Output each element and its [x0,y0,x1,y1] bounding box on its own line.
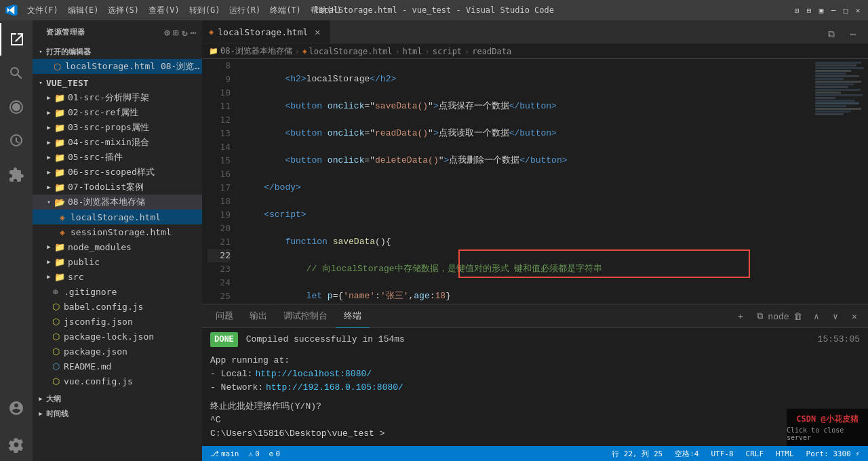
editor-main: 8 9 10 11 12 13 14 15 16 17 18 19 20 21 … [202,59,868,304]
kill-terminal-button[interactable]: 🗑 [789,308,806,324]
port-status[interactable]: Port: 3300 ⚡ [804,446,863,461]
activity-debug[interactable] [0,125,33,157]
arrow: ▶ [43,271,54,282]
activity-git[interactable] [0,91,33,123]
new-file-icon[interactable]: ⊕ [164,27,170,38]
file-gitignore[interactable]: ⊛ .gitignore [33,284,202,299]
code-editor[interactable]: <h2>localStorage</h2> <button onclick="s… [236,59,814,304]
minimap-content [814,59,868,119]
line-col-status[interactable]: 行 22, 列 25 [609,446,665,461]
encoding-label: UTF-8 [711,449,733,458]
local-url[interactable]: http://localhost:8080/ [255,367,372,381]
git-branch-status[interactable]: ⎇ main [208,446,242,461]
activity-extensions[interactable] [0,159,33,191]
new-folder-icon[interactable]: ⊞ [173,27,179,38]
open-editors-section[interactable]: ▾ 打开的编辑器 [33,44,202,59]
menu-edit[interactable]: 编辑(E) [64,3,103,18]
panel-tab-output[interactable]: 输出 [241,304,275,328]
project-root[interactable]: ▾ VUE_TEST [33,75,202,90]
activity-explorer[interactable] [0,23,33,56]
activity-bar [0,20,33,461]
refresh-icon[interactable]: ↻ [182,27,188,38]
folder-node[interactable]: ▶ 📁 node_modules [33,239,202,254]
timeline-section[interactable]: ▶ 时间线 [33,406,202,421]
line-ending-status[interactable]: CRLF [743,446,767,461]
language-status[interactable]: HTML [773,446,797,461]
split-editor-button[interactable]: ⧉ [822,24,841,43]
maximize-button[interactable]: □ [841,5,850,15]
breadcrumb-html[interactable]: html [403,47,422,56]
layout3-icon[interactable]: ▣ [816,5,826,15]
minimize-button[interactable]: ─ [829,5,838,15]
menu-run[interactable]: 运行(R) [225,3,264,18]
panel-up-button[interactable]: ∧ [808,308,825,324]
more-actions-button[interactable]: ⋯ [844,24,863,43]
add-terminal-button[interactable]: + [732,308,749,324]
file-packagelock[interactable]: ⬡ package-lock.json [33,329,202,344]
folder-08[interactable]: ▾ 📂 08-浏览器本地存储 [33,195,202,209]
menu-file[interactable]: 文件(F) [23,3,62,18]
panel-close-button[interactable]: ✕ [846,308,863,324]
file-readme[interactable]: ⬡ README.md [33,359,202,374]
file-label: localStorage.html [71,212,161,222]
network-url[interactable]: http://192.168.0.105:8080/ [266,381,403,395]
folder-07[interactable]: ▶ 📁 07-TodoList案例 [33,180,202,195]
layout-icon[interactable]: ⊡ [792,5,802,15]
file-vueconfig[interactable]: ⬡ vue.config.js [33,374,202,388]
file-package[interactable]: ⬡ package.json [33,344,202,359]
folder-04[interactable]: ▶ 📁 04-src-mixin混合 [33,135,202,150]
breadcrumb-folder[interactable]: 📁 08-浏览器本地存储 [209,45,292,57]
encoding-status[interactable]: UTF-8 [708,446,736,461]
folder-05[interactable]: ▶ 📁 05-src-插件 [33,150,202,165]
breadcrumb-fn-label: readData [472,47,511,56]
outline-section[interactable]: ▶ 大纲 [33,391,202,406]
panel-tab-terminal[interactable]: 终端 [336,304,370,328]
window-controls[interactable]: ⊡ ⊟ ▣ ─ □ ✕ [792,5,863,15]
html-icon: ◈ [57,212,68,222]
file-jsconfig[interactable]: ⬡ jsconfig.json [33,314,202,329]
open-file-item[interactable]: ⬡ localStorage.html 08-浏览器本地... [33,59,202,74]
file-sessionstorage[interactable]: ◈ sessionStorage.html [33,224,202,239]
folder-01[interactable]: ▶ 📁 01-src-分析脚手架 [33,90,202,105]
more-actions-icon[interactable]: ⋯ [191,27,197,38]
file-label: package.json [64,346,127,357]
file-babel[interactable]: ⬡ babel.config.js [33,299,202,314]
breadcrumb-fn[interactable]: readData [472,47,511,56]
menu-terminal[interactable]: 终端(T) [266,3,305,18]
panel-tab-debug[interactable]: 调试控制台 [275,304,336,328]
menu-select[interactable]: 选择(S) [104,3,143,18]
folder-public[interactable]: ▶ 📁 public [33,254,202,269]
node-label[interactable]: node [770,308,787,324]
breadcrumb-script[interactable]: script [433,47,462,56]
sidebar-header-actions[interactable]: ⊕ ⊞ ↻ ⋯ [164,27,197,38]
menu-goto[interactable]: 转到(G) [185,3,224,18]
activity-search[interactable] [0,57,33,89]
layout2-icon[interactable]: ⊟ [804,5,814,15]
folder-03[interactable]: ▶ 📁 03-src-props属性 [33,120,202,135]
breadcrumb-file[interactable]: ◈ localStorage.html [302,47,392,56]
errors-status[interactable]: ⚠ 0 [246,446,262,461]
arrow: ▶ [43,92,54,103]
folder-02[interactable]: ▶ 📁 02-src-ref属性 [33,105,202,120]
panel-down-button[interactable]: ∨ [827,308,844,324]
tab-localstorage[interactable]: ◈ localStorage.html ✕ [202,20,330,43]
file-label: vue.config.js [64,376,133,386]
folder-src[interactable]: ▶ 📁 src [33,269,202,284]
menu-view[interactable]: 查看(V) [144,3,184,18]
tab-close-button[interactable]: ✕ [312,26,323,37]
file-localstorage[interactable]: ◈ localStorage.html [33,209,202,224]
activity-settings[interactable] [0,428,33,461]
folder-label: 07-TodoList案例 [68,181,144,193]
title-bar-menu[interactable]: 文件(F) 编辑(E) 选择(S) 查看(V) 转到(G) 运行(R) 终端(T… [23,3,346,18]
folder-06[interactable]: ▶ 📁 06-src-scoped样式 [33,165,202,180]
split-terminal-button[interactable]: ⧉ [751,308,768,324]
arrow: ▶ [43,241,54,252]
arrow: ▶ [43,256,54,267]
warnings-status[interactable]: ⊘ 0 [267,446,283,461]
panel-content[interactable]: DONE Compiled successfully in 154ms 15:5… [202,328,868,446]
panel-tab-problems[interactable]: 问题 [208,304,241,328]
spaces-status[interactable]: 空格:4 [672,446,701,461]
close-button[interactable]: ✕ [853,5,863,15]
activity-account[interactable] [0,395,33,427]
click-to-close-label[interactable]: Click to close server [787,426,868,441]
